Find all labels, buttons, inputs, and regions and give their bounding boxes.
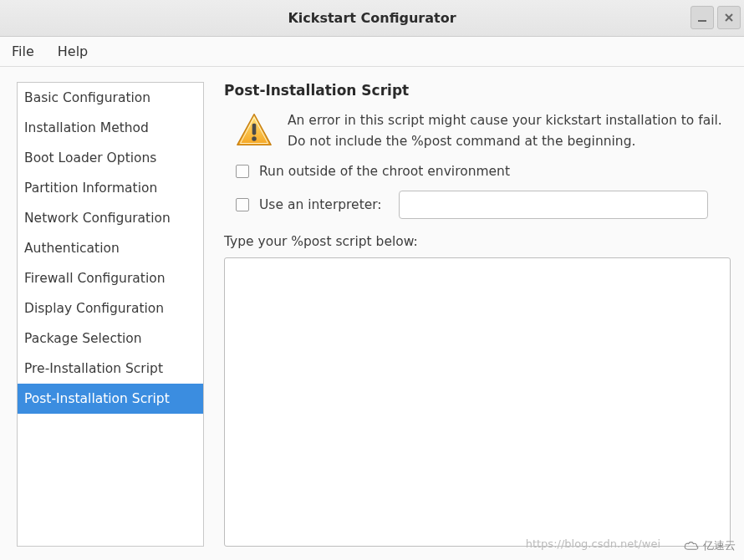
sidebar-item-basic-configuration[interactable]: Basic Configuration [18,83,203,113]
interpreter-label: Use an interpreter: [259,197,382,212]
interpreter-row: Use an interpreter: [224,191,731,219]
sidebar-item-authentication[interactable]: Authentication [18,233,203,263]
svg-point-6 [252,136,257,141]
brand-badge: 亿速云 [683,538,736,553]
content-area: Basic ConfigurationInstallation MethodBo… [0,67,744,560]
warning-icon [236,111,273,151]
svg-rect-0 [698,20,706,22]
window-title: Kickstart Configurator [288,10,456,26]
chroot-checkbox[interactable] [236,165,249,178]
sidebar-item-package-selection[interactable]: Package Selection [18,323,203,354]
sidebar-item-boot-loader-options[interactable]: Boot Loader Options [18,143,203,173]
main-panel: Post-Installation Script An error [224,82,731,547]
window-controls [690,6,741,29]
sidebar: Basic ConfigurationInstallation MethodBo… [17,82,204,547]
warning-text: An error in this script might cause your… [288,110,731,152]
menu-help[interactable]: Help [53,40,93,63]
interpreter-checkbox[interactable] [236,198,249,211]
sidebar-item-post-installation-script[interactable]: Post-Installation Script [18,384,203,414]
sidebar-item-partition-information[interactable]: Partition Information [18,173,203,203]
script-textarea[interactable] [224,257,731,547]
close-button[interactable] [717,6,741,29]
chroot-row: Run outside of the chroot environment [224,164,731,179]
svg-rect-5 [252,123,257,135]
titlebar: Kickstart Configurator [0,0,744,37]
sidebar-item-display-configuration[interactable]: Display Configuration [18,293,203,323]
sidebar-item-firewall-configuration[interactable]: Firewall Configuration [18,263,203,293]
minimize-button[interactable] [690,6,714,29]
sidebar-item-pre-installation-script[interactable]: Pre-Installation Script [18,354,203,384]
interpreter-input[interactable] [399,191,708,219]
chroot-label: Run outside of the chroot environment [259,164,510,179]
cloud-icon [683,540,700,552]
menu-file[interactable]: File [7,40,39,63]
script-label: Type your %post script below: [224,234,731,249]
sidebar-item-network-configuration[interactable]: Network Configuration [18,203,203,233]
warning-row: An error in this script might cause your… [224,110,731,152]
brand-text: 亿速云 [703,538,736,553]
sidebar-item-installation-method[interactable]: Installation Method [18,113,203,143]
menubar: File Help [0,37,744,67]
section-title: Post-Installation Script [224,82,731,99]
